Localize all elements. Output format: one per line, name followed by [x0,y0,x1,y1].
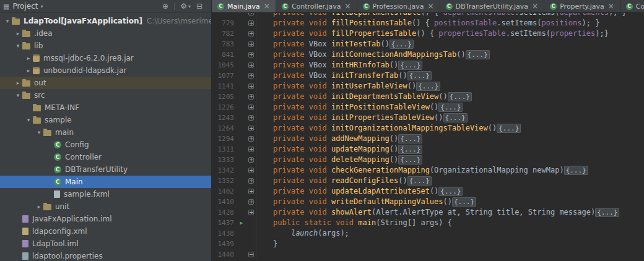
code-text[interactable]: private VBox initTransferTab(){...} [256,71,432,81]
fold-expand-icon[interactable]: + [248,52,254,58]
tree-item-ldapconfig-xml[interactable]: ldapconfig.xml [0,225,211,237]
fold-expand-icon[interactable]: + [248,13,254,15]
code-line[interactable]: 1440− [212,249,644,260]
tree-item-mssql-jdbc-6-2-0-jre8-jar[interactable]: ▸mssql-jdbc-6.2.0.jre8.jar [0,52,211,64]
code-text[interactable]: private void initOrganizationalMappingsT… [256,123,521,134]
tree-item-idea[interactable]: ▸.idea [0,27,211,40]
code-text[interactable]: private void readConfigFiles(){...} [256,176,432,186]
code-text[interactable]: private void initDepartmentsTableView(){… [256,92,472,102]
code-line[interactable]: +private void fillDepartmentsTable() { d… [212,13,644,18]
expand-arrow-icon[interactable]: ▸ [14,80,22,86]
code-text[interactable]: launch(args); [256,228,349,239]
collapse-arrow-icon[interactable]: ▾ [35,129,43,135]
fold-expand-icon[interactable]: + [248,126,254,131]
collapse-arrow-icon[interactable]: ▾ [14,92,22,98]
close-icon[interactable]: × [427,2,433,11]
fold-expand-icon[interactable]: + [248,62,254,68]
fold-expand-icon[interactable]: + [248,178,254,184]
editor-lines[interactable]: +private void fillDepartmentsTable() { d… [212,13,644,261]
code-line[interactable]: 783+private VBox initTestTab(){...} [212,39,644,49]
tree-item-dbtransferutility[interactable]: CDBTransferUtility [0,163,211,176]
code-line[interactable]: 1294+private void addNewMapping(){...} [212,134,644,144]
tab-main-java[interactable]: CMain.java× [212,0,276,12]
close-icon[interactable]: × [532,2,538,11]
code-text[interactable]: public static void main(String[] args) { [256,218,452,228]
code-line[interactable]: 1141+private void initUserTableView(){..… [212,81,644,92]
code-text[interactable]: private void addNewMapping(){...} [256,134,422,144]
tree-item-unboundid-ldapsdk-jar[interactable]: ▸unboundid-ldapsdk.jar [0,64,211,77]
fold-expand-icon[interactable]: + [248,94,254,100]
code-text[interactable]: private void updateMapping(){...} [256,144,422,155]
tree-item-unit[interactable]: ▸unit [0,200,211,213]
code-line[interactable]: 1352+private void readConfigFiles(){...} [212,176,644,186]
fold-expand-icon[interactable]: + [248,199,254,205]
code-text[interactable]: private void writeDefaultMappingValues()… [256,197,476,207]
fold-expand-icon[interactable]: + [248,168,254,173]
code-text[interactable]: private VBox initHRInfoTab(){...} [256,60,422,71]
fold-expand-icon[interactable]: + [248,73,254,79]
tree-item-ldaptool-iml[interactable]: LdapTool.iml [0,237,211,250]
tree-item-meta-inf[interactable]: META-INF [0,101,211,114]
code-text[interactable]: private void initUserTableView(){...} [256,81,440,92]
code-line[interactable]: 1402+private void updateLdapAttributeSet… [212,186,644,197]
fold-expand-icon[interactable]: + [248,147,254,152]
code-text[interactable]: private void fillPropertiesTable() { pro… [256,28,609,39]
project-views-icon[interactable]: ▦ [3,2,9,11]
close-icon[interactable]: × [264,2,270,11]
tree-item-main[interactable]: CMain [0,176,211,188]
fold-expand-icon[interactable]: + [248,83,254,89]
code-line[interactable]: 1437▶public static void main(String[] ar… [212,218,644,228]
code-line[interactable]: 1439} [212,239,644,249]
fold-expand-icon[interactable]: + [248,31,254,36]
tree-item-lib[interactable]: ▾lib [0,40,211,52]
fold-expand-icon[interactable]: + [248,157,254,163]
locate-file-button[interactable]: ⊕ [162,2,168,11]
tree-item-javafxapplication-iml[interactable]: JavaFxApplication.iml [0,213,211,225]
tree-item-ldaptool[interactable]: ▾LdapTool [JavaFxApplication]C:\Users\ms… [0,15,211,27]
fold-expand-icon[interactable]: + [248,136,254,142]
code-line[interactable]: 782+private void fillPropertiesTable() {… [212,28,644,39]
tree-item-out[interactable]: ▸out [0,77,211,89]
code-text[interactable]: } [256,239,277,249]
code-line[interactable]: 1264+private void initOrganizationalMapp… [212,123,644,134]
tab-controller-java[interactable]: CController.java× [276,0,357,12]
hide-panel-button[interactable]: ⊟ [196,2,202,11]
tree-item-sample[interactable]: ▾sample [0,114,211,126]
collapse-arrow-icon[interactable]: ▾ [14,43,22,49]
code-line[interactable]: 1410+private void writeDefaultMappingVal… [212,197,644,207]
collapse-arrow-icon[interactable]: ▾ [3,18,12,24]
tab-property-java[interactable]: CProperty.java× [544,0,620,12]
run-main-icon[interactable]: ▶ [237,218,246,228]
tab-profession-java[interactable]: CProfession.java× [357,0,440,12]
code-line[interactable]: 1428+private void showAlert(Alert.AlertT… [212,207,644,218]
code-text[interactable] [256,249,273,260]
code-text[interactable]: private VBox initTestTab(){...} [256,39,414,49]
expand-arrow-icon[interactable]: ▸ [14,30,22,36]
fold-expand-icon[interactable]: + [248,105,254,110]
expand-arrow-icon[interactable]: ▸ [35,203,43,210]
code-line[interactable]: 841+private VBox initConnectionAndMappin… [212,49,644,60]
code-text[interactable]: private void showAlert(Alert.AlertType a… [256,207,619,218]
collapse-arrow-icon[interactable]: ▾ [24,117,33,123]
code-text[interactable]: private VBox initConnectionAndMappingsTa… [256,49,490,60]
tree-item-src[interactable]: ▾src [0,89,211,101]
fold-collapse-icon[interactable]: − [248,252,254,257]
tree-item-sample-fxml[interactable]: sample.fxml [0,188,211,200]
code-text[interactable]: private void deleteMapping(){...} [256,155,422,165]
tab-dbtransferutility-java[interactable]: CDBTransferUtility.java× [440,0,545,12]
tab-config-java[interactable]: CConfig.java× [620,0,644,12]
close-icon[interactable]: × [608,2,614,11]
code-line[interactable]: 1438 launch(args); [212,228,644,239]
code-text[interactable]: private void initPropertiesTableView(){.… [256,113,468,123]
code-line[interactable]: 1342+private void checkGenerationMapping… [212,165,644,176]
code-text[interactable]: private void initPositionsTableView(){..… [256,102,463,113]
code-line[interactable]: 1243+private void initPropertiesTableVie… [212,113,644,123]
code-text[interactable]: private void updateLdapAttributeSet(){..… [256,186,463,197]
settings-button[interactable]: ⚙▾ [180,2,191,11]
code-line[interactable]: 1077+private VBox initTransferTab(){...} [212,71,644,81]
code-line[interactable]: 1045+private VBox initHRInfoTab(){...} [212,60,644,71]
code-text[interactable]: private void fillDepartmentsTable() { de… [256,13,627,18]
code-text[interactable]: private void fillPositionsTable() { posi… [256,18,599,28]
tree-item-controller[interactable]: CController [0,151,211,163]
fold-expand-icon[interactable]: + [248,189,254,194]
